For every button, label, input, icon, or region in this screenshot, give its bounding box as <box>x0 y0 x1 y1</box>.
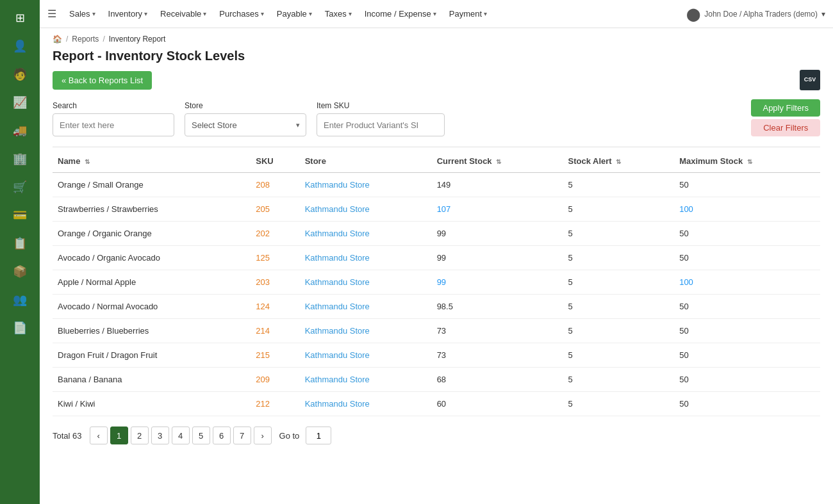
breadcrumb: 🏠 / Reports / Inventory Report <box>40 28 833 46</box>
col-sku: SKU <box>251 147 299 173</box>
csv-export-button[interactable]: CSV <box>800 70 820 90</box>
cell-stock-alert: 5 <box>563 222 675 246</box>
cell-sku: 212 <box>251 392 299 416</box>
cell-name: Banana / Banana <box>53 368 251 392</box>
table-row: Banana / Banana 209 Kathmandu Store 68 5… <box>53 368 820 392</box>
chevron-down-icon: ▾ <box>203 10 206 17</box>
cell-max-stock: 50 <box>674 319 820 343</box>
nav-purchases[interactable]: Purchases ▾ <box>214 6 268 21</box>
table-body: Orange / Small Orange 208 Kathmandu Stor… <box>53 173 820 416</box>
cell-current-stock: 60 <box>432 392 563 416</box>
store-label: Store <box>185 101 306 110</box>
breadcrumb-current: Inventory Report <box>109 35 166 44</box>
table-row: Avocado / Normal Avocado 124 Kathmandu S… <box>53 295 820 319</box>
cell-current-stock: 73 <box>432 343 563 368</box>
cell-name: Avocado / Organic Avocado <box>53 246 251 270</box>
list-icon[interactable]: 📋 <box>7 231 33 256</box>
nav-payment[interactable]: Payment ▾ <box>444 6 492 21</box>
sort-icon: ⇅ <box>616 158 621 165</box>
nav-sales[interactable]: Sales ▾ <box>64 6 101 21</box>
clear-filters-button[interactable]: Clear Filters <box>751 119 820 136</box>
cell-sku: 209 <box>251 368 299 392</box>
cell-store: Kathmandu Store <box>300 295 432 319</box>
table-row: Blueberries / Blueberries 214 Kathmandu … <box>53 319 820 343</box>
nav-inventory[interactable]: Inventory ▾ <box>103 6 153 21</box>
delivery-icon[interactable]: 🚚 <box>7 118 33 143</box>
breadcrumb-reports[interactable]: Reports <box>72 35 99 44</box>
page-2-button[interactable]: 2 <box>131 427 149 444</box>
col-name[interactable]: Name ⇅ <box>53 147 251 173</box>
table-row: Dragon Fruit / Dragon Fruit 215 Kathmand… <box>53 343 820 368</box>
search-input[interactable] <box>53 113 174 136</box>
page-3-button[interactable]: 3 <box>151 427 169 444</box>
cell-sku: 125 <box>251 246 299 270</box>
sku-input[interactable] <box>317 113 445 136</box>
contacts-icon[interactable]: 👤 <box>7 33 33 59</box>
analytics-icon[interactable]: 📈 <box>7 90 33 115</box>
col-max-stock[interactable]: Maximum Stock ⇅ <box>674 147 820 173</box>
report-icon[interactable]: 📄 <box>7 315 33 341</box>
user-chevron-icon: ▾ <box>821 10 825 19</box>
cell-stock-alert: 5 <box>563 343 675 368</box>
user-menu[interactable]: ⬤ John Doe / Alpha Traders (demo) ▾ <box>686 6 825 22</box>
inventory-table-wrapper: Name ⇅ SKU Store Current Stock ⇅ <box>40 147 833 416</box>
basket-icon[interactable]: 🛒 <box>7 174 33 200</box>
apply-filters-button[interactable]: Apply Filters <box>751 99 820 117</box>
goto-input[interactable] <box>306 427 331 444</box>
cell-max-stock: 100 <box>674 197 820 222</box>
main-content: ☰ Sales ▾ Inventory ▾ Receivable ▾ Purch… <box>40 0 833 504</box>
next-page-button[interactable]: › <box>254 427 272 444</box>
cell-max-stock: 50 <box>674 392 820 416</box>
sort-icon: ⇅ <box>747 158 752 165</box>
page-title: Report - Inventory Stock Levels <box>40 46 833 70</box>
page-7-button[interactable]: 7 <box>233 427 251 444</box>
nav-receivable[interactable]: Receivable ▾ <box>155 6 211 21</box>
cell-name: Dragon Fruit / Dragon Fruit <box>53 343 251 368</box>
people-icon[interactable]: 👥 <box>7 287 33 313</box>
user-icon[interactable]: 🧑 <box>7 61 33 87</box>
page-content: 🏠 / Reports / Inventory Report Report - … <box>40 28 833 504</box>
cell-max-stock: 50 <box>674 246 820 270</box>
nav-income-expense[interactable]: Income / Expense ▾ <box>359 6 441 21</box>
chevron-down-icon: ▾ <box>144 10 147 17</box>
page-1-button[interactable]: 1 <box>110 427 128 444</box>
box-icon[interactable]: 📦 <box>7 259 33 284</box>
prev-page-button[interactable]: ‹ <box>90 427 108 444</box>
col-stock-alert[interactable]: Stock Alert ⇅ <box>563 147 675 173</box>
cell-store: Kathmandu Store <box>300 319 432 343</box>
menu-icon[interactable]: ☰ <box>47 8 56 20</box>
cell-sku: 203 <box>251 270 299 295</box>
cell-store: Kathmandu Store <box>300 197 432 222</box>
cell-current-stock: 99 <box>432 222 563 246</box>
chevron-down-icon: ▾ <box>349 10 352 17</box>
chevron-down-icon: ▾ <box>484 10 487 17</box>
building-icon[interactable]: 🏢 <box>7 146 33 172</box>
cell-current-stock: 68 <box>432 368 563 392</box>
sort-icon: ⇅ <box>496 158 501 165</box>
filter-buttons: Apply Filters Clear Filters <box>751 99 820 136</box>
chevron-down-icon: ▾ <box>309 10 312 17</box>
pagination: Total 63 ‹ 1 2 3 4 5 6 7 › Go to <box>40 416 833 455</box>
search-label: Search <box>53 101 174 110</box>
dashboard-icon[interactable]: ⊞ <box>7 5 33 31</box>
page-4-button[interactable]: 4 <box>172 427 190 444</box>
store-select[interactable]: Select Store <box>185 113 306 136</box>
sidebar: ⊞ 👤 🧑 📈 🚚 🏢 🛒 💳 📋 📦 👥 📄 <box>0 0 40 504</box>
cell-current-stock: 107 <box>432 197 563 222</box>
search-filter-group: Search <box>53 101 174 136</box>
cell-stock-alert: 5 <box>563 246 675 270</box>
chevron-down-icon: ▾ <box>261 10 264 17</box>
nav-taxes[interactable]: Taxes ▾ <box>320 6 357 21</box>
page-6-button[interactable]: 6 <box>213 427 231 444</box>
col-current-stock[interactable]: Current Stock ⇅ <box>432 147 563 173</box>
page-5-button[interactable]: 5 <box>192 427 210 444</box>
home-icon[interactable]: 🏠 <box>53 35 62 44</box>
inventory-table: Name ⇅ SKU Store Current Stock ⇅ <box>53 147 820 416</box>
table-header-row: Name ⇅ SKU Store Current Stock ⇅ <box>53 147 820 173</box>
back-to-reports-button[interactable]: « Back to Reports List <box>53 71 152 90</box>
cell-name: Apple / Normal Apple <box>53 270 251 295</box>
nav-payable[interactable]: Payable ▾ <box>272 6 317 21</box>
col-store: Store <box>300 147 432 173</box>
filters-area: Search Store Select Store ▾ Item SKU App… <box>40 99 833 147</box>
payment-icon[interactable]: 💳 <box>7 202 33 228</box>
